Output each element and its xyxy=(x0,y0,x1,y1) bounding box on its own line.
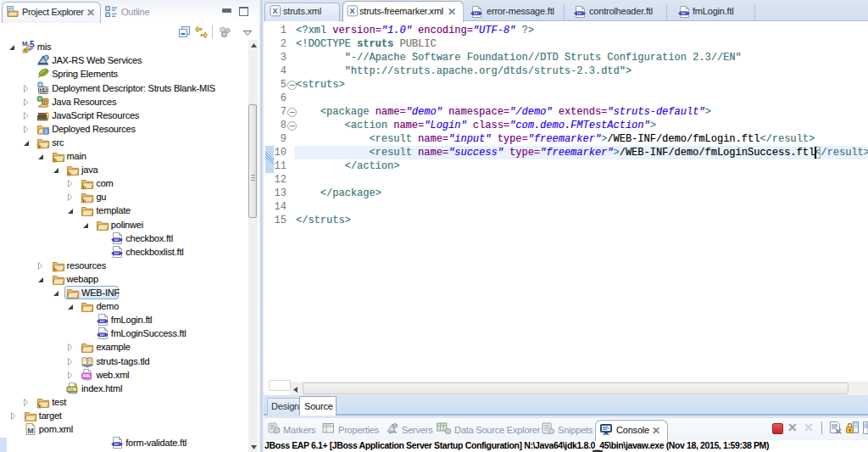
svg-text:M: M xyxy=(27,427,34,435)
svg-text:5: 5 xyxy=(30,40,35,49)
svg-text:FM: FM xyxy=(682,11,687,15)
svg-text:FM: FM xyxy=(115,251,120,255)
svg-text:FM: FM xyxy=(101,319,106,323)
svg-text:X: X xyxy=(272,7,277,15)
svg-text:FM: FM xyxy=(475,11,480,15)
svg-text:XML: XML xyxy=(83,374,92,378)
svg-text:FM: FM xyxy=(115,237,120,241)
svg-text:FM: FM xyxy=(578,11,583,15)
svg-text:FM: FM xyxy=(101,332,106,337)
svg-text:X: X xyxy=(349,7,354,15)
svg-text:HTM: HTM xyxy=(68,388,76,392)
svg-text:2.4: 2.4 xyxy=(41,88,47,92)
svg-text:FM: FM xyxy=(115,442,120,446)
